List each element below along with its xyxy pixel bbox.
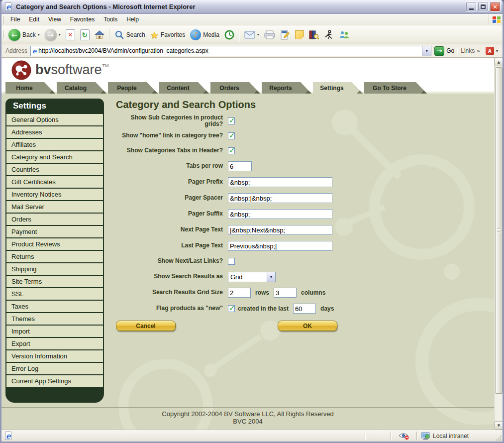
edit-button[interactable] — [278, 29, 293, 41]
stop-button[interactable] — [63, 28, 78, 41]
show-home-link-checkbox[interactable] — [228, 132, 235, 139]
messenger-run-button[interactable] — [321, 29, 336, 41]
vertical-scrollbar[interactable]: ▲ ▼ — [494, 58, 503, 430]
menu-item[interactable]: Favorites — [66, 14, 99, 25]
nav-tab[interactable]: Reports — [262, 82, 311, 94]
sidebar-item[interactable]: Category and Search — [6, 151, 103, 164]
grid-columns-input[interactable] — [274, 288, 297, 298]
sidebar-item[interactable]: Themes — [6, 313, 103, 326]
show-next-last-links-checkbox[interactable] — [228, 258, 235, 265]
nav-tab[interactable]: Home — [5, 82, 55, 94]
forward-button[interactable]: ▾ — [42, 28, 63, 42]
mail-button[interactable]: ▾ — [242, 30, 262, 40]
nav-tab[interactable]: Settings — [313, 82, 363, 94]
flag-new-checkbox[interactable] — [228, 305, 235, 312]
chevron-down-icon[interactable]: ▾ — [257, 32, 259, 37]
security-zone: Local intranet — [419, 432, 493, 441]
ok-button[interactable]: OK — [278, 321, 337, 331]
acrobat-button[interactable]: A ▾ — [483, 46, 501, 56]
sidebar-item[interactable]: Version Information — [6, 350, 103, 363]
minimize-button[interactable] — [466, 1, 477, 12]
sidebar-item[interactable]: SSL — [6, 288, 103, 301]
sidebar-item[interactable]: Inventory Notices — [6, 189, 103, 201]
sidebar-item[interactable]: Product Reviews — [6, 238, 103, 251]
scroll-down-button[interactable]: ▼ — [495, 421, 503, 430]
history-button[interactable] — [222, 29, 237, 41]
sidebar-item-label: Current App Settings — [11, 377, 71, 385]
chevron-down-icon[interactable]: ▾ — [267, 272, 275, 282]
nav-tab[interactable]: Orders — [210, 82, 260, 94]
sidebar-item[interactable]: Site Terms — [6, 276, 103, 288]
sidebar-item-label: Product Reviews — [11, 240, 60, 248]
menu-item[interactable]: Edit — [24, 14, 44, 25]
menu-item[interactable]: File — [6, 14, 24, 25]
sidebar-item[interactable]: Import — [6, 326, 103, 338]
close-button[interactable] — [490, 1, 501, 12]
nav-tab[interactable]: People — [108, 82, 158, 94]
research-button[interactable] — [306, 29, 321, 41]
maximize-button[interactable] — [478, 1, 489, 12]
sidebar-item[interactable]: Returns — [6, 251, 103, 263]
page-body: Settings General Options Addresses Affil… — [1, 94, 494, 407]
sidebar-item[interactable]: Gift Certificates — [6, 176, 103, 189]
show-categories-tabs-checkbox[interactable] — [228, 147, 235, 154]
media-icon — [190, 29, 201, 40]
nav-tab-label: Settings — [320, 85, 343, 92]
show-sub-categories-checkbox[interactable] — [228, 117, 235, 124]
sidebar-item-label: Addresses — [11, 128, 42, 136]
grid-rows-input[interactable] — [228, 288, 251, 298]
sidebar-item[interactable]: Mail Server — [6, 201, 103, 214]
address-input[interactable] — [38, 47, 422, 55]
sidebar-item[interactable]: Countries — [6, 164, 103, 176]
sidebar-item[interactable]: Export — [6, 338, 103, 350]
cancel-button[interactable]: Cancel — [116, 321, 176, 331]
sidebar-item[interactable]: Taxes — [6, 301, 103, 313]
next-page-text-input[interactable] — [228, 225, 332, 235]
chevron-down-icon[interactable]: ▾ — [59, 32, 61, 37]
chevron-down-icon[interactable]: ▾ — [496, 49, 498, 53]
menu-item[interactable]: Help — [122, 14, 143, 25]
page-title: Category and Search Options — [116, 99, 494, 111]
sidebar-item[interactable]: Payment — [6, 226, 103, 238]
menu-item[interactable]: Tools — [99, 14, 122, 25]
scrollbar-thumb[interactable] — [495, 67, 503, 394]
pager-spacer-input[interactable] — [228, 193, 332, 203]
sidebar-item[interactable]: Addresses — [6, 126, 103, 139]
home-icon — [95, 30, 104, 40]
nav-tab[interactable]: Go To Store — [364, 82, 427, 94]
pager-suffix-input[interactable] — [228, 209, 332, 219]
back-button[interactable]: Back ▾ — [6, 28, 42, 42]
go-button[interactable]: → Go — [434, 46, 454, 56]
flag-new-days-input[interactable] — [293, 304, 316, 314]
sidebar-item[interactable]: Error Log — [6, 363, 103, 375]
address-dropdown-button[interactable]: ▾ — [422, 46, 431, 56]
show-search-results-select[interactable]: Grid ▾ — [228, 272, 276, 282]
favorites-button[interactable]: ★ Favorites — [148, 29, 188, 41]
resize-grip[interactable] — [495, 434, 502, 442]
nav-tab[interactable]: Catalog — [57, 82, 106, 94]
discuss-button[interactable] — [293, 29, 306, 40]
sidebar-item[interactable]: General Options — [6, 114, 103, 126]
refresh-button[interactable] — [78, 28, 92, 41]
chevron-down-icon[interactable]: ▾ — [38, 32, 40, 37]
pager-prefix-input[interactable] — [228, 177, 332, 187]
stop-icon — [66, 29, 75, 40]
links-toolbar[interactable]: Links » — [457, 47, 483, 54]
privacy-report-icon[interactable] — [393, 432, 415, 441]
sidebar-item[interactable]: Orders — [6, 214, 103, 226]
sidebar-item[interactable]: Current App Settings — [6, 375, 103, 388]
home-button[interactable] — [92, 29, 107, 41]
nav-tab[interactable]: Content — [159, 82, 209, 94]
search-button[interactable]: Search — [112, 29, 148, 41]
sidebar-item[interactable]: Affiliates — [6, 139, 103, 151]
tabs-per-row-input[interactable] — [228, 161, 252, 171]
toolbar-separator — [109, 28, 110, 41]
last-page-text-input[interactable] — [228, 241, 332, 251]
messenger-button[interactable] — [336, 29, 352, 40]
print-button[interactable] — [262, 29, 278, 40]
media-button[interactable]: Media — [188, 28, 222, 41]
menu-item[interactable]: View — [44, 14, 66, 25]
sidebar-item[interactable]: Shipping — [6, 263, 103, 276]
sidebar-item-label: Payment — [11, 228, 37, 235]
scroll-up-button[interactable]: ▲ — [495, 58, 503, 66]
